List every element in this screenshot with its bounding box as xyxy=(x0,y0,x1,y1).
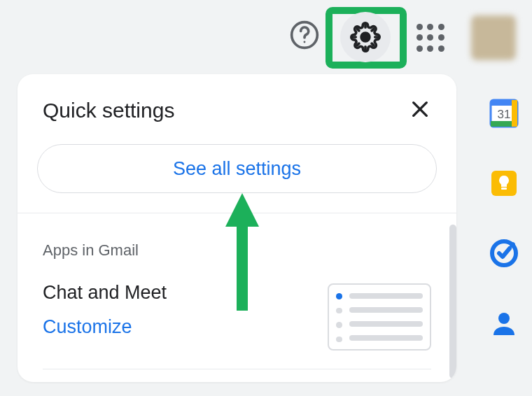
svg-point-2 xyxy=(361,33,370,41)
preview-dots xyxy=(336,292,342,342)
see-all-settings-button[interactable]: See all settings xyxy=(37,144,437,193)
contacts-icon[interactable] xyxy=(489,308,519,339)
google-apps-icon[interactable] xyxy=(415,22,446,53)
close-icon xyxy=(409,98,431,120)
svg-text:31: 31 xyxy=(498,108,511,121)
see-all-settings-label: See all settings xyxy=(173,158,301,180)
help-icon[interactable] xyxy=(289,20,320,53)
divider xyxy=(43,369,431,369)
settings-button[interactable] xyxy=(340,12,391,62)
svg-point-1 xyxy=(304,41,306,43)
svg-rect-9 xyxy=(512,100,517,127)
tasks-icon[interactable] xyxy=(489,238,519,269)
keep-icon[interactable] xyxy=(489,168,519,199)
close-button[interactable] xyxy=(409,98,431,123)
avatar[interactable] xyxy=(471,15,516,60)
svg-point-16 xyxy=(498,313,510,324)
gear-icon xyxy=(350,22,381,52)
svg-rect-13 xyxy=(501,188,507,190)
apps-in-gmail-label: Apps in Gmail xyxy=(43,241,431,260)
scrollbar[interactable] xyxy=(449,225,456,379)
svg-point-15 xyxy=(510,242,515,248)
calendar-icon[interactable]: 31 xyxy=(489,98,519,129)
preview-lines xyxy=(349,292,423,342)
side-panel: 31 xyxy=(489,98,519,339)
panel-title: Quick settings xyxy=(43,99,174,122)
layout-preview[interactable] xyxy=(328,283,431,351)
quick-settings-panel: Quick settings See all settings Apps in … xyxy=(18,74,456,382)
